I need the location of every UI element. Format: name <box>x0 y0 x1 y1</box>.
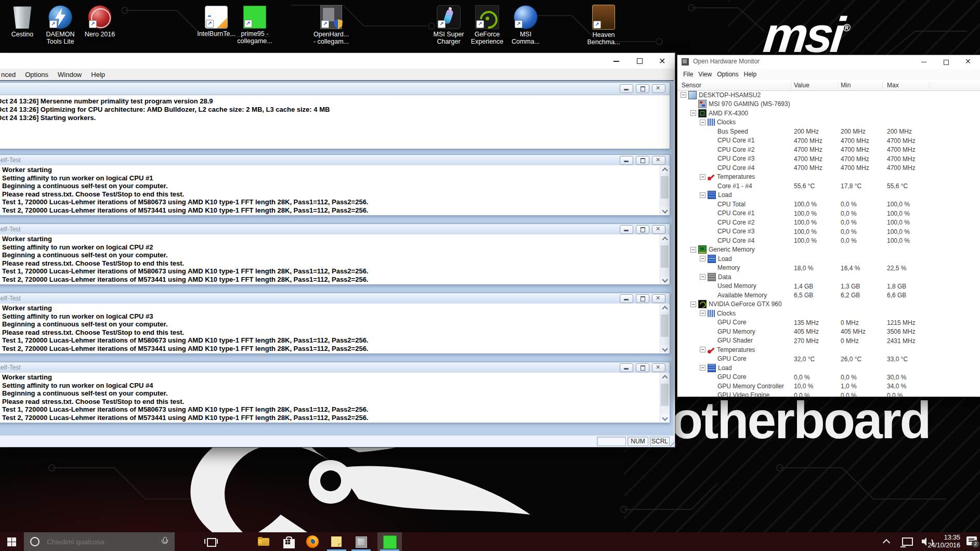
sensor-row[interactable]: GPU Core 32,0 °C 26,0 °C 33,0 °C <box>677 355 980 364</box>
menu-item[interactable]: Help <box>86 70 110 80</box>
sensor-row[interactable]: GPU Memory 405 MHz 405 MHz 3506 MHz <box>677 327 980 336</box>
sensor-row[interactable]: Used Memory 1,4 GB 1,3 GB 1,8 GB <box>677 282 980 291</box>
mdi-child-titlebar[interactable]: Self-Test ✕ <box>0 362 670 373</box>
menu-item[interactable]: Options <box>20 70 53 80</box>
sensor-row[interactable]: DESKTOP-HSAMSU2 <box>677 90 980 100</box>
ohm-titlebar[interactable]: Open Hardware Monitor ✕ <box>677 55 980 69</box>
mdi-restore-button[interactable] <box>636 225 649 234</box>
scroll-thumb[interactable] <box>661 245 669 268</box>
desktop-icon[interactable]: ↗ prime95 - collegame... <box>236 4 274 45</box>
clock[interactable]: 13:35 24/10/2016 <box>927 534 960 549</box>
desktop-icon[interactable]: ↗ DAEMON Tools Lite <box>41 4 80 45</box>
tree-expander-icon[interactable] <box>700 365 705 371</box>
scrollbar[interactable] <box>660 304 669 353</box>
sensor-row[interactable]: Memory 18,0 % 16,4 % 22,5 % <box>677 264 980 273</box>
prime95-titlebar[interactable]: ✕ <box>0 53 675 69</box>
tree-expander-icon[interactable] <box>681 92 686 98</box>
scroll-thumb[interactable] <box>661 314 669 337</box>
menu-item[interactable]: nced <box>0 70 20 80</box>
sensor-row[interactable]: AMD FX-4300 <box>677 109 980 118</box>
mdi-restore-button[interactable] <box>636 363 649 372</box>
sensor-row[interactable]: CPU Core #1 4700 MHz 4700 MHz 4700 MHz <box>677 136 980 146</box>
mdi-child-titlebar[interactable]: ✕ <box>0 83 670 95</box>
column-sensor[interactable]: Sensor <box>682 82 701 89</box>
tree-expander-icon[interactable] <box>700 274 705 280</box>
sensor-row[interactable]: GPU Video Engine 0,0 % 0,0 % 0,0 % <box>677 391 980 397</box>
sensor-row[interactable]: CPU Core #3 100,0 % 0,0 % 100,0 % <box>677 227 980 237</box>
column-min[interactable]: Min <box>841 82 851 89</box>
mdi-restore-button[interactable] <box>636 84 649 93</box>
maximize-button[interactable] <box>628 53 651 69</box>
sensor-row[interactable]: CPU Core #2 4700 MHz 4700 MHz 4700 MHz <box>677 145 980 154</box>
tree-expander-icon[interactable] <box>700 192 705 198</box>
tree-expander-icon[interactable] <box>700 120 705 125</box>
mdi-close-button[interactable]: ✕ <box>652 84 665 93</box>
mdi-restore-button[interactable] <box>636 294 649 303</box>
scrollbar[interactable] <box>660 234 669 284</box>
mdi-close-button[interactable]: ✕ <box>652 156 665 165</box>
sensor-row[interactable]: CPU Core #1 100,0 % 0,0 % 100,0 % <box>677 209 980 218</box>
sensor-row[interactable]: GPU Shader 270 MHz 0 MHz 2431 MHz <box>677 336 980 346</box>
sensor-row[interactable]: GPU Core 0,0 % 0,0 % 30,0 % <box>677 373 980 382</box>
scroll-down-icon[interactable] <box>660 414 669 422</box>
network-icon[interactable] <box>902 537 913 546</box>
tree-expander-icon[interactable] <box>690 110 696 116</box>
taskbar-button[interactable] <box>276 532 300 551</box>
mdi-minimize-button[interactable] <box>620 84 633 93</box>
sensor-row[interactable]: Load <box>677 191 980 200</box>
desktop-icon[interactable]: ↗ IntelBurnTe... <box>197 4 236 37</box>
menu-item[interactable]: Help <box>741 70 760 79</box>
sensor-row[interactable]: CPU Core #3 4700 MHz 4700 MHz 4700 MHz <box>677 154 980 164</box>
maximize-button[interactable] <box>935 55 958 69</box>
mdi-child-titlebar[interactable]: Self-Test ✕ <box>0 293 670 304</box>
desktop-icon[interactable]: ↗ MSI Comma... <box>506 4 545 45</box>
menu-item[interactable]: Window <box>53 70 86 80</box>
mdi-child-titlebar[interactable]: Self-Test ✕ <box>0 224 670 235</box>
sensor-row[interactable]: Core #1 - #4 55,6 °C 17,8 °C 55,6 °C <box>677 181 980 191</box>
sensor-row[interactable]: Available Memory 6,5 GB 6,2 GB 6,6 GB <box>677 291 980 300</box>
sensor-row[interactable]: CPU Total 100,0 % 0,0 % 100,0 % <box>677 200 980 209</box>
desktop-icon[interactable]: ↗ OpenHard... - collegam... <box>312 4 350 45</box>
minimize-button[interactable] <box>605 53 628 69</box>
taskbar-button[interactable] <box>199 532 224 551</box>
show-hidden-icons-chevron[interactable] <box>883 539 890 546</box>
sensor-row[interactable]: CPU Core #2 100,0 % 0,0 % 100,0 % <box>677 218 980 227</box>
sensor-row[interactable]: CPU Core #4 4700 MHz 4700 MHz 4700 MHz <box>677 163 980 173</box>
sensor-row[interactable]: Clocks <box>677 309 980 318</box>
action-center-icon[interactable]: 2 <box>966 536 977 545</box>
taskbar-button[interactable] <box>300 532 325 551</box>
desktop-icon[interactable]: ↗ Heaven Benchma... <box>584 4 623 46</box>
scroll-thumb[interactable] <box>661 176 669 199</box>
sensor-row[interactable]: MSI 970 GAMING (MS-7693) <box>677 100 980 109</box>
tree-expander-icon[interactable] <box>700 310 705 316</box>
desktop-icon[interactable]: ↗ Cestino <box>3 4 42 38</box>
taskbar-button[interactable] <box>377 532 402 551</box>
menu-item[interactable]: File <box>681 70 696 79</box>
tree-expander-icon[interactable] <box>700 174 705 180</box>
sensor-row[interactable]: Load <box>677 363 980 373</box>
scroll-down-icon[interactable] <box>660 207 669 215</box>
mdi-close-button[interactable]: ✕ <box>652 363 665 372</box>
tree-expander-icon[interactable] <box>690 301 696 307</box>
close-button[interactable]: ✕ <box>958 55 980 69</box>
scroll-down-icon[interactable] <box>660 345 669 353</box>
cortana-search-box[interactable] <box>24 532 175 551</box>
scroll-up-icon[interactable] <box>660 234 669 242</box>
tree-expander-icon[interactable] <box>700 347 705 352</box>
menu-item[interactable]: Options <box>714 70 741 79</box>
desktop-icon[interactable]: ↗ GeForce Experience <box>468 4 506 45</box>
taskbar-button[interactable] <box>252 532 276 551</box>
sensor-row[interactable]: Bus Speed 200 MHz 200 MHz 200 MHz <box>677 127 980 136</box>
scrollbar[interactable] <box>660 373 669 422</box>
mdi-minimize-button[interactable] <box>620 363 633 372</box>
mdi-minimize-button[interactable] <box>620 294 633 303</box>
sensor-row[interactable]: Data <box>677 272 980 282</box>
scrollbar[interactable] <box>660 165 669 215</box>
sensor-row[interactable]: Clocks <box>677 118 980 127</box>
taskbar-button[interactable] <box>225 532 250 551</box>
scroll-up-icon[interactable] <box>660 373 669 381</box>
search-input[interactable] <box>46 537 161 546</box>
column-max[interactable]: Max <box>887 82 899 89</box>
menu-item[interactable]: View <box>696 70 714 79</box>
scroll-thumb[interactable] <box>661 384 669 406</box>
